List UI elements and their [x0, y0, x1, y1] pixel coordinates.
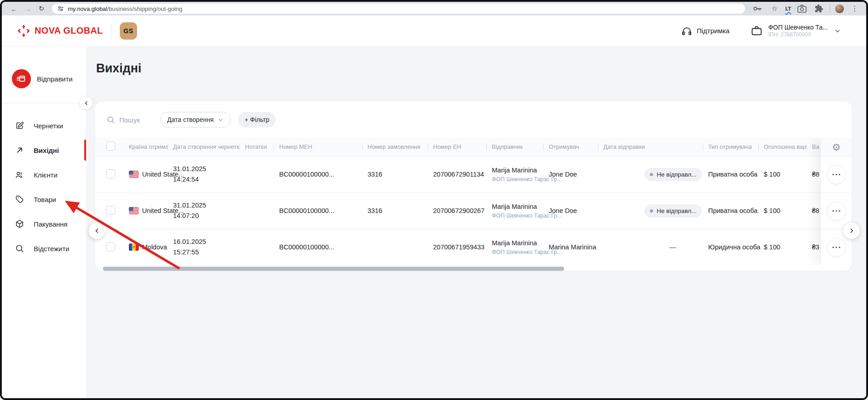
browser-reload-icon[interactable]: ↻ — [36, 3, 47, 14]
cell-en-number: 20700672900267 — [428, 192, 486, 229]
pinned-row-cell — [821, 156, 852, 192]
nova-arrows-icon — [17, 24, 31, 38]
browser-profile-avatar[interactable] — [835, 5, 844, 13]
sidebar-item-drafts[interactable]: Чернетки — [2, 113, 86, 138]
add-filter-button[interactable]: + Фільтр — [238, 112, 276, 127]
column-header-notes: Нотатки — [240, 138, 274, 156]
column-header-order-number: Номер замовлення — [362, 138, 428, 156]
table-scroll-left-button[interactable] — [89, 223, 105, 239]
cell-men-number: BC00000100000... — [274, 229, 362, 265]
cell-country: Moldova — [123, 229, 168, 265]
column-header-recipient-type: Тип отримувача — [703, 138, 758, 156]
screenshot-camera-icon[interactable] — [796, 3, 808, 14]
cell-created: 16.01.202515:27:55 — [168, 229, 240, 265]
table-header-row: Країна отриманняДата створення чернеткиН… — [95, 138, 852, 156]
cell-declared-value: $ 100 — [758, 156, 807, 192]
sidebar-item-label: Чернетки — [34, 122, 63, 130]
drafts-icon — [15, 121, 25, 131]
search-input[interactable] — [119, 116, 153, 124]
chevron-left-icon — [84, 101, 89, 106]
sidebar-item-packaging[interactable]: Пакування — [2, 212, 86, 236]
sender-company-link[interactable]: ФОП Шевченко Тарас Гр... — [492, 176, 543, 182]
browser-menu-icon[interactable]: ⋮ — [849, 3, 861, 14]
send-package-icon — [12, 69, 31, 88]
outgoing-icon — [15, 145, 25, 155]
sender-company-link[interactable]: ФОП Шевченко Тарас Гр... — [492, 249, 543, 255]
shipments-table: Країна отриманняДата створення чернеткиН… — [95, 138, 852, 265]
toolbar-divider — [830, 5, 830, 12]
sidebar-item-label: Вихідні — [34, 147, 59, 154]
column-header-sender: Відправник — [486, 138, 543, 156]
page-title: Вихідні — [96, 61, 866, 75]
cell-country: United State... — [123, 156, 168, 192]
sidebar-item-track[interactable]: Відстежити — [2, 236, 86, 261]
status-badge: Не відправл... — [644, 204, 702, 218]
cell-ship-date: Не відправл... — [598, 192, 703, 229]
sidebar-item-goods[interactable]: Товари — [2, 187, 86, 212]
cell-notes — [240, 156, 274, 192]
send-shipment-label: Відправити — [37, 75, 73, 83]
password-key-icon[interactable] — [751, 3, 763, 14]
sidebar-item-label: Відстежити — [34, 245, 69, 253]
date-created-filter[interactable]: Дата створення — [160, 112, 231, 127]
table-row[interactable]: United State...31.01.202514:24:54BC00000… — [95, 156, 852, 192]
select-all-checkbox[interactable] — [106, 142, 115, 151]
row-checkbox[interactable] — [106, 242, 115, 251]
horizontal-scrollbar — [102, 267, 844, 271]
cell-declared-value: $ 100 — [758, 229, 807, 265]
cell-recipient: Jone Doe — [543, 156, 598, 192]
row-checkbox[interactable] — [106, 206, 115, 215]
main-content: Вихідні Дата створення + Фільтр — [86, 46, 866, 398]
table-row[interactable]: United State...31.01.202514:07:20BC00000… — [95, 192, 852, 229]
cell-order-number — [362, 229, 428, 265]
languagetool-extension-icon[interactable]: LT — [785, 6, 791, 11]
cell-notes — [240, 192, 274, 229]
nova-global-logo[interactable]: NOVA GLOBAL — [17, 24, 103, 38]
sidebar-collapse-button[interactable] — [79, 96, 93, 110]
cell-ship-date: Не відправл... — [598, 156, 703, 192]
row-actions-button[interactable] — [827, 202, 846, 221]
pinned-actions-column: ⚙ — [821, 138, 852, 265]
horizontal-scrollbar-thumb[interactable] — [103, 267, 564, 271]
extensions-puzzle-icon[interactable] — [813, 3, 825, 14]
search-box[interactable] — [106, 115, 153, 124]
send-shipment-button[interactable]: Відправити — [2, 46, 86, 88]
headphones-icon — [681, 25, 692, 36]
screenshot-frame: ← → ↻ my.nova.global/business/shipping/o… — [0, 0, 868, 400]
status-dot-icon — [650, 173, 653, 176]
browser-toolbar: ← → ↻ my.nova.global/business/shipping/o… — [2, 2, 866, 15]
cell-sender: Marija MarininaФОП Шевченко Тарас Гр... — [486, 192, 543, 229]
browser-forward-icon[interactable]: → — [22, 3, 34, 14]
flag-us-icon — [129, 171, 139, 178]
date-filter-label: Дата створення — [167, 116, 214, 123]
chevron-down-icon — [833, 27, 842, 35]
row-checkbox[interactable] — [106, 169, 115, 178]
row-actions-button[interactable] — [827, 238, 846, 257]
shipments-card: Дата створення + Фільтр Країна отримання… — [95, 101, 852, 271]
brand-name: NOVA GLOBAL — [35, 25, 103, 36]
filter-button-label: + Фільтр — [245, 116, 269, 123]
sidebar-item-clients[interactable]: Клієнти — [2, 162, 86, 187]
workspace-badge[interactable]: GS — [120, 22, 137, 40]
column-header-declared-value: Оголошена вар... — [758, 138, 807, 156]
table-viewport: Країна отриманняДата створення чернеткиН… — [95, 138, 852, 265]
column-header-ship-date: Дата відправки — [598, 138, 703, 156]
account-menu[interactable]: ФОП Шевченко Та... ІПН: 2788700000 — [751, 24, 842, 38]
status-badge: Не відправл... — [644, 168, 702, 181]
browser-back-icon[interactable]: ← — [8, 3, 20, 14]
cell-recipient: Marina Marinina — [543, 229, 598, 265]
goods-icon — [15, 194, 25, 204]
table-scroll-right-button[interactable] — [843, 223, 860, 239]
column-settings-gear-icon[interactable]: ⚙ — [832, 142, 841, 152]
cell-ship-date: — — [598, 229, 703, 265]
bookmark-star-icon[interactable]: ☆ — [768, 3, 780, 14]
search-icon — [106, 115, 115, 124]
row-actions-button[interactable] — [827, 165, 846, 184]
address-bar[interactable]: my.nova.global/business/shipping/out-goi… — [52, 4, 745, 14]
support-button[interactable]: Підтримка — [681, 25, 730, 36]
sidebar-item-outgoing[interactable]: Вихідні — [2, 138, 86, 162]
sender-company-link[interactable]: ФОП Шевченко Тарас Гр... — [492, 213, 543, 219]
table-row[interactable]: Moldova16.01.202515:27:55BC00000100000..… — [95, 229, 852, 265]
site-settings-icon[interactable] — [57, 5, 64, 12]
cell-recipient-type: Юридична особа — [703, 229, 758, 265]
